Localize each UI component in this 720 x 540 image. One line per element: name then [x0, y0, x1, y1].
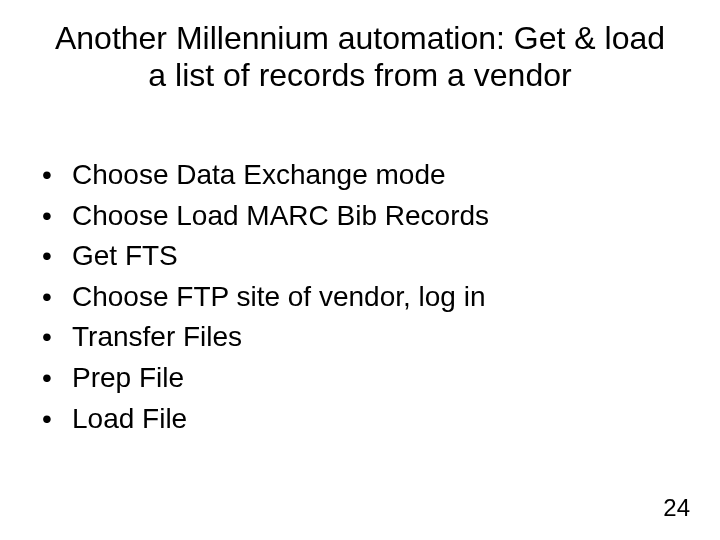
bullet-icon: • [40, 277, 72, 318]
list-item: • Transfer Files [40, 317, 660, 358]
bullet-text: Get FTS [72, 236, 178, 277]
slide-title: Another Millennium automation: Get & loa… [50, 20, 670, 94]
slide: Another Millennium automation: Get & loa… [0, 0, 720, 540]
list-item: • Get FTS [40, 236, 660, 277]
bullet-icon: • [40, 317, 72, 358]
bullet-icon: • [40, 236, 72, 277]
list-item: • Prep File [40, 358, 660, 399]
list-item: • Choose FTP site of vendor, log in [40, 277, 660, 318]
bullet-icon: • [40, 358, 72, 399]
bullet-icon: • [40, 399, 72, 440]
list-item: • Load File [40, 399, 660, 440]
bullet-icon: • [40, 155, 72, 196]
page-number: 24 [663, 494, 690, 522]
bullet-text: Transfer Files [72, 317, 242, 358]
bullet-text: Choose FTP site of vendor, log in [72, 277, 486, 318]
list-item: • Choose Data Exchange mode [40, 155, 660, 196]
list-item: • Choose Load MARC Bib Records [40, 196, 660, 237]
bullet-icon: • [40, 196, 72, 237]
bullet-text: Choose Data Exchange mode [72, 155, 446, 196]
bullet-text: Load File [72, 399, 187, 440]
bullet-text: Prep File [72, 358, 184, 399]
bullet-list: • Choose Data Exchange mode • Choose Loa… [40, 155, 660, 439]
bullet-text: Choose Load MARC Bib Records [72, 196, 489, 237]
